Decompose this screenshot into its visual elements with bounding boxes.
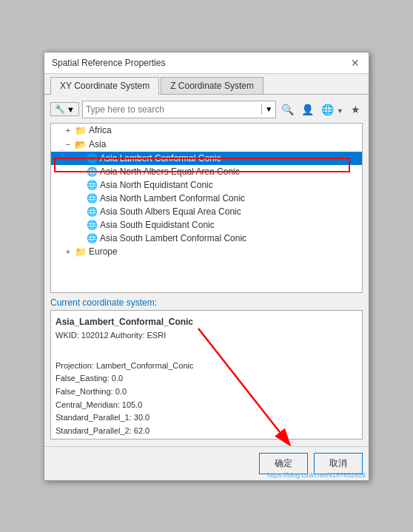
tree-item-label: Asia South Equidistant Conic <box>100 220 215 230</box>
tree-item-asia-north-albers[interactable]: 🌐 Asia North Albers Equal Area Conic <box>51 165 362 178</box>
expand-icon: + <box>66 127 73 135</box>
search-button[interactable]: 🔍 <box>279 102 296 117</box>
search-input[interactable] <box>83 103 261 116</box>
globe-dropdown-icon: ▼ <box>337 107 343 115</box>
tree-item-label: Asia Lambert Conformal Conic <box>100 153 221 164</box>
tree-container: + 📁 Africa − 📂 Asia 🌐 Asia Lambert Confo… <box>50 123 363 293</box>
tree-item-asia-south-lambert[interactable]: 🌐 Asia South Lambert Conformal Conic <box>51 232 362 245</box>
prop-false-northing: False_Northing: 0.0 <box>56 385 357 399</box>
toolbar: 🔧 ▼ ▼ 🔍 👤 🌐 ▼ ★ <box>50 101 363 118</box>
prop-standard-parallel-2: Standard_Parallel_2: 62.0 <box>56 425 357 438</box>
globe-proj-icon: 🌐 <box>87 166 98 177</box>
prop-blank <box>56 346 357 360</box>
tab-xy-coordinate[interactable]: XY Coordinate System <box>50 77 159 95</box>
window-title: Spatial Reference Properties <box>52 58 165 68</box>
globe-proj-icon: 🌐 <box>87 233 98 243</box>
bottom-buttons: 确定 取消 https://blog.csdn.net/4187632826 <box>44 446 369 480</box>
globe-icon: 🌐 <box>321 104 334 115</box>
tree-item-label: Europe <box>89 246 118 257</box>
tree-item-asia-south-equidistant[interactable]: 🌐 Asia South Equidistant Conic <box>51 218 362 232</box>
star-icon: ★ <box>351 104 360 115</box>
tab-z-coordinate[interactable]: Z Coordinate System <box>161 77 263 94</box>
tree-item-asia-lambert[interactable]: 🌐 Asia Lambert Conformal Conic <box>51 152 362 165</box>
filter-dropdown-icon: ▼ <box>67 105 75 114</box>
prop-standard-parallel-1: Standard_Parallel_1: 30.0 <box>56 411 357 425</box>
tree-item-label: Asia North Albers Equal Area Conic <box>100 166 240 177</box>
tree-item-label: Asia <box>89 139 106 149</box>
tree-item-asia-north-lambert[interactable]: 🌐 Asia North Lambert Conformal Conic <box>51 192 362 205</box>
search-container: ▼ <box>82 101 276 118</box>
tree-item-asia-north-equidistant[interactable]: 🌐 Asia North Equidistant Conic <box>51 178 362 192</box>
star-button[interactable]: ★ <box>349 102 363 117</box>
tree-item-label: Asia South Albers Equal Area Conic <box>100 206 241 217</box>
main-window: Spatial Reference Properties ✕ XY Coordi… <box>44 52 369 481</box>
tabs-container: XY Coordinate System Z Coordinate System <box>44 74 369 95</box>
prop-false-easting: False_Easting: 0.0 <box>56 372 357 385</box>
user-button[interactable]: 👤 <box>299 102 316 117</box>
tree-item-africa[interactable]: + 📁 Africa <box>51 124 362 138</box>
tree-item-asia-south-albers[interactable]: 🌐 Asia South Albers Equal Area Conic <box>51 205 362 218</box>
globe-proj-icon: 🌐 <box>87 180 98 190</box>
title-bar: Spatial Reference Properties ✕ <box>44 53 369 74</box>
close-button[interactable]: ✕ <box>349 57 361 69</box>
tree-item-europe[interactable]: + 📁 Europe <box>51 245 362 259</box>
tree-item-label: Africa <box>89 125 112 135</box>
expand-icon: − <box>66 141 73 149</box>
tree-item-asia[interactable]: − 📂 Asia <box>51 138 362 152</box>
folder-icon: 📂 <box>75 139 87 150</box>
globe-proj-icon: 🌐 <box>87 220 98 230</box>
globe-dropdown-button[interactable]: 🌐 ▼ <box>319 102 346 117</box>
filter-icon: 🔧 <box>55 104 65 114</box>
expand-icon: + <box>66 248 73 256</box>
globe-proj-icon: 🌐 <box>87 193 98 203</box>
prop-projection: Projection: Lambert_Conformal_Conic <box>56 360 357 373</box>
content-area: 🔧 ▼ ▼ 🔍 👤 🌐 ▼ ★ <box>44 95 369 446</box>
search-icon: 🔍 <box>281 104 294 115</box>
tree-item-label: Asia North Equidistant Conic <box>100 180 213 190</box>
tree-item-label: Asia North Lambert Conformal Conic <box>100 193 245 203</box>
prop-title: Asia_Lambert_Conformal_Conic <box>56 315 357 329</box>
prop-central-meridian: Central_Meridian: 105.0 <box>56 399 357 412</box>
folder-icon: 📁 <box>75 125 87 136</box>
properties-box: Asia_Lambert_Conformal_Conic WKID: 10201… <box>50 310 363 440</box>
filter-button[interactable]: 🔧 ▼ <box>50 102 79 116</box>
prop-wkid: WKID: 102012 Authority: ESRI <box>56 329 357 343</box>
globe-proj-icon: 🌐 <box>87 153 98 164</box>
globe-proj-icon: 🌐 <box>87 206 98 217</box>
user-icon: 👤 <box>301 104 314 115</box>
tree-item-label: Asia South Lambert Conformal Conic <box>100 233 246 243</box>
search-dropdown-arrow[interactable]: ▼ <box>261 104 275 115</box>
folder-icon: 📁 <box>75 246 87 257</box>
current-system-label: Current coordinate system: <box>50 297 363 308</box>
prop-latitude-of-origin: Latitude_Of_Origin: 0.0 <box>56 437 357 439</box>
watermark: https://blog.csdn.net/4187632826 <box>267 471 366 479</box>
